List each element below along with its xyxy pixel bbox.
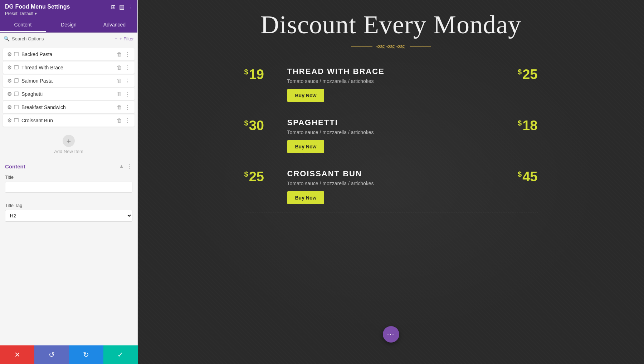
delete-icon[interactable]: 🗑 (117, 91, 122, 97)
item-info-croissant: CROISSANT BUN Tomato sauce / mozzarella … (287, 169, 502, 204)
title-tag-select[interactable]: H1 H2 H3 H4 H5 H6 p span (5, 210, 132, 222)
filter-button[interactable]: ＋ + Filter (114, 35, 134, 42)
title-field-input[interactable] (5, 182, 132, 193)
panel-preset[interactable]: Preset: Default ▾ (5, 11, 109, 16)
copy-icon[interactable]: ❐ (14, 91, 19, 97)
item-icons: ⚙ ❐ (7, 64, 19, 71)
item-icons: ⚙ ❐ (7, 78, 19, 84)
tab-content[interactable]: Content (0, 18, 46, 32)
delete-icon[interactable]: 🗑 (117, 104, 122, 110)
section-controls: ▲ ⋮ (119, 163, 132, 169)
buy-button-spaghetti[interactable]: Buy Now (287, 140, 325, 153)
list-item-thread-with-brace[interactable]: ⚙ ❐ Thread With Brace 🗑 ⋮ (3, 62, 135, 74)
price-left-croissant: $25 (244, 169, 287, 185)
item-actions: 🗑 ⋮ (117, 104, 130, 110)
item-label: Salmon Pasta (21, 78, 114, 84)
divider-ornament: ⋘⋘⋘ (351, 43, 431, 50)
copy-icon[interactable]: ❐ (14, 64, 19, 71)
save-button[interactable]: ✓ (103, 345, 138, 364)
title-tag-label: Title Tag (5, 203, 132, 208)
item-actions: 🗑 ⋮ (117, 117, 130, 124)
tab-design[interactable]: Design (46, 18, 92, 32)
price-right-thread: $25 (502, 67, 538, 82)
redo-button[interactable]: ↻ (69, 345, 103, 364)
expand-icon[interactable]: ⊞ (111, 4, 116, 10)
preview-item-spaghetti: $30 SPAGHETTI Tomato sauce / mozzarella … (244, 110, 538, 161)
gear-icon[interactable]: ⚙ (7, 104, 12, 110)
copy-icon[interactable]: ❐ (14, 117, 19, 124)
search-bar: 🔍 ＋ + Filter (0, 33, 137, 45)
delete-icon[interactable]: 🗑 (117, 51, 122, 58)
delete-icon[interactable]: 🗑 (117, 117, 122, 124)
item-name-spaghetti: SPAGHETTI (287, 118, 502, 127)
item-actions: 🗑 ⋮ (117, 91, 130, 97)
item-icons: ⚙ ❐ (7, 51, 19, 58)
list-item-croissant-bun[interactable]: ⚙ ❐ Croissant Bun 🗑 ⋮ (3, 114, 135, 127)
item-desc-spaghetti: Tomato sauce / mozzarella / artichokes (287, 129, 502, 135)
list-item-backed-pasta[interactable]: ⚙ ❐ Backed Pasta 🗑 ⋮ (3, 48, 135, 60)
item-label: Croissant Bun (21, 118, 114, 123)
content-section-title: Content (5, 163, 119, 169)
search-input[interactable] (12, 36, 112, 41)
more-options-icon[interactable]: ⋮ (125, 117, 130, 124)
item-label: Spaghetti (21, 91, 114, 97)
item-info-thread: THREAD WITH BRACE Tomato sauce / mozzare… (287, 67, 502, 102)
delete-icon[interactable]: 🗑 (117, 64, 122, 71)
list-item-breakfast-sandwich[interactable]: ⚙ ❐ Breakfast Sandwich 🗑 ⋮ (3, 101, 135, 113)
list-item-spaghetti[interactable]: ⚙ ❐ Spaghetti 🗑 ⋮ (3, 88, 135, 100)
undo-button[interactable]: ↺ (34, 345, 69, 364)
item-label: Thread With Brace (21, 65, 114, 70)
copy-icon[interactable]: ❐ (14, 51, 19, 58)
section-more-icon[interactable]: ⋮ (127, 163, 132, 169)
content-section-header: Content ▲ ⋮ (5, 163, 132, 169)
preview-item-thread-with-brace: $19 THREAD WITH BRACE Tomato sauce / moz… (244, 59, 538, 110)
content-section: Content ▲ ⋮ Title Title Tag H1 H2 H3 H4 … (0, 158, 137, 364)
more-options-icon[interactable]: ⋮ (125, 78, 130, 84)
panel-title: DG Food Menu Settings (5, 4, 109, 10)
buy-button-thread[interactable]: Buy Now (287, 89, 325, 102)
fab-button[interactable] (383, 326, 399, 343)
more-options-icon[interactable]: ⋮ (125, 91, 130, 97)
panel-header: DG Food Menu Settings Preset: Default ▾ … (0, 0, 137, 18)
list-item-salmon-pasta[interactable]: ⚙ ❐ Salmon Pasta 🗑 ⋮ (3, 75, 135, 87)
cancel-button[interactable]: ✕ (0, 345, 34, 364)
panel-tabs: Content Design Advanced (0, 18, 137, 33)
item-desc-thread: Tomato sauce / mozzarella / artichokes (287, 78, 502, 84)
price-right-croissant: $45 (502, 169, 538, 185)
add-new-item-button[interactable]: ＋ Add New Item (0, 130, 137, 158)
preview-item-croissant-bun: $25 CROISSANT BUN Tomato sauce / mozzare… (244, 161, 538, 212)
collapse-icon[interactable]: ▲ (119, 163, 124, 169)
more-icon[interactable]: ⋮ (128, 4, 134, 10)
menu-items-preview: $19 THREAD WITH BRACE Tomato sauce / moz… (244, 59, 538, 212)
delete-icon[interactable]: 🗑 (117, 78, 122, 84)
copy-icon[interactable]: ❐ (14, 78, 19, 84)
more-options-icon[interactable]: ⋮ (125, 51, 130, 58)
more-options-icon[interactable]: ⋮ (125, 104, 130, 110)
copy-icon[interactable]: ❐ (14, 104, 19, 110)
gear-icon[interactable]: ⚙ (7, 64, 12, 71)
price-left-thread: $19 (244, 67, 287, 82)
buy-button-croissant[interactable]: Buy Now (287, 191, 325, 204)
item-actions: 🗑 ⋮ (117, 51, 130, 58)
gear-icon[interactable]: ⚙ (7, 51, 12, 58)
add-circle-icon: ＋ (63, 135, 75, 147)
gear-icon[interactable]: ⚙ (7, 78, 12, 84)
search-icon: 🔍 (4, 36, 10, 41)
filter-icon: ＋ (114, 35, 118, 42)
ornament-symbol: ⋘⋘⋘ (376, 43, 406, 50)
tab-advanced[interactable]: Advanced (92, 18, 137, 32)
item-name-thread: THREAD WITH BRACE (287, 67, 502, 76)
more-options-icon[interactable]: ⋮ (125, 64, 130, 71)
item-name-croissant: CROISSANT BUN (287, 169, 502, 178)
add-new-label: Add New Item (54, 149, 83, 154)
panel-header-icons: ⊞ ▤ ⋮ (111, 4, 134, 10)
gear-icon[interactable]: ⚙ (7, 91, 12, 97)
divider-line-left (351, 46, 372, 47)
item-label: Backed Pasta (21, 51, 114, 57)
preview-area: Discount Every Monday ⋘⋘⋘ $19 THREAD WIT… (138, 0, 644, 364)
gear-icon[interactable]: ⚙ (7, 117, 12, 124)
title-field-label: Title (5, 174, 132, 180)
layout-icon[interactable]: ▤ (119, 4, 125, 10)
title-field-group: Title (5, 174, 132, 198)
divider-line-right (410, 46, 431, 47)
